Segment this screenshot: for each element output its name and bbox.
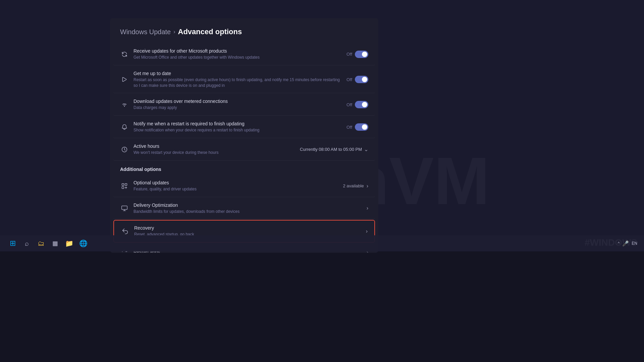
search-button[interactable]: ⌕ bbox=[21, 237, 33, 249]
additional-options-header: Additional options bbox=[113, 161, 375, 175]
setting-get-up-to-date-desc: Restart as soon as possible (even during… bbox=[133, 77, 342, 88]
search-icon: ⌕ bbox=[25, 240, 29, 247]
settings-list: Receive updates for other Microsoft prod… bbox=[110, 43, 378, 253]
setting-download-metered-desc: Data charges may apply bbox=[133, 105, 342, 111]
setting-download-metered-control: Off bbox=[346, 101, 368, 108]
setting-get-up-to-date-title: Get me up to date bbox=[133, 71, 342, 76]
monitor-network-icon bbox=[120, 204, 129, 213]
setting-receive-updates[interactable]: Receive updates for other Microsoft prod… bbox=[113, 44, 375, 65]
language-indicator: EN bbox=[632, 241, 637, 246]
setting-active-hours-text: Active hours We won't restart your devic… bbox=[133, 143, 295, 156]
setting-notify-restart-title: Notify me when a restart is required to … bbox=[133, 121, 342, 126]
svg-point-0 bbox=[124, 106, 125, 107]
setting-active-hours-control[interactable]: Currently 08:00 AM to 05:00 PM ⌄ bbox=[300, 146, 368, 153]
setting-receive-updates-desc: Get Microsoft Office and other updates t… bbox=[133, 55, 342, 60]
setting-delivery-optimization-text: Delivery Optimization Bandwidth limits f… bbox=[133, 202, 362, 215]
setting-notify-restart-desc: Show notification when your device requi… bbox=[133, 127, 342, 133]
mic-icon[interactable]: 🎤 bbox=[622, 240, 629, 247]
chevron-right-icon: › bbox=[367, 183, 368, 189]
grid-plus-icon bbox=[120, 182, 129, 190]
taskbar-left: ⊞ ⌕ 🗂 ▦ 📁 🌐 bbox=[7, 237, 89, 249]
active-hours-value: Currently 08:00 AM to 05:00 PM bbox=[300, 147, 362, 152]
toggle-off-label-4: Off bbox=[346, 125, 352, 130]
chevron-right-icon-2: › bbox=[367, 205, 368, 211]
setting-get-up-to-date[interactable]: Get me up to date Restart as soon as pos… bbox=[113, 66, 375, 94]
setting-active-hours-title: Active hours bbox=[133, 143, 295, 149]
clock-icon bbox=[120, 145, 129, 154]
setting-delivery-optimization-desc: Bandwidth limits for updates, downloads … bbox=[133, 209, 362, 215]
start-button[interactable]: ⊞ bbox=[7, 237, 19, 249]
wifi-metered-icon bbox=[120, 100, 129, 109]
setting-get-up-to-date-control: Off bbox=[346, 76, 368, 83]
svg-rect-3 bbox=[125, 183, 127, 185]
download-metered-toggle[interactable] bbox=[355, 101, 368, 108]
setting-download-metered[interactable]: Download updates over metered connection… bbox=[113, 94, 375, 116]
svg-rect-4 bbox=[122, 186, 124, 188]
folder-icon: 🗂 bbox=[38, 240, 44, 247]
chevron-right-icon-3: › bbox=[366, 228, 368, 234]
setting-active-hours[interactable]: Active hours We won't restart your devic… bbox=[113, 139, 375, 161]
toggle-off-label: Off bbox=[346, 52, 352, 57]
setting-notify-restart-control: Off bbox=[346, 123, 368, 131]
setting-optional-updates-control: 2 available › bbox=[343, 183, 368, 189]
setting-optional-updates[interactable]: Optional updates Feature, quality, and d… bbox=[113, 175, 375, 197]
receive-updates-toggle[interactable] bbox=[355, 51, 368, 58]
notify-restart-toggle[interactable] bbox=[355, 123, 368, 131]
breadcrumb-header: Windows Update › Advanced options bbox=[110, 18, 378, 43]
breadcrumb: Windows Update › Advanced options bbox=[120, 27, 368, 36]
setting-receive-updates-text: Receive updates for other Microsoft prod… bbox=[133, 48, 342, 60]
play-icon bbox=[120, 75, 129, 84]
windows-logo-icon: ⊞ bbox=[10, 239, 16, 248]
folders-icon: 📁 bbox=[65, 239, 73, 247]
taskbar-right: ^ 🎤 EN bbox=[618, 240, 637, 247]
setting-delivery-optimization-control: › bbox=[367, 205, 368, 211]
chevron-down-icon: ⌄ bbox=[364, 146, 368, 153]
setting-notify-restart[interactable]: Notify me when a restart is required to … bbox=[113, 116, 375, 138]
widgets-icon: ▦ bbox=[52, 240, 58, 247]
setting-download-metered-title: Download updates over metered connection… bbox=[133, 99, 342, 104]
taskbar: ⊞ ⌕ 🗂 ▦ 📁 🌐 ^ 🎤 EN bbox=[0, 235, 644, 251]
setting-receive-updates-control: Off bbox=[346, 51, 368, 58]
get-up-to-date-toggle[interactable] bbox=[355, 76, 368, 83]
recovery-icon bbox=[121, 227, 129, 236]
toggle-off-label-3: Off bbox=[346, 102, 352, 107]
breadcrumb-parent[interactable]: Windows Update bbox=[120, 28, 171, 36]
bottom-reflection bbox=[0, 251, 644, 362]
optional-updates-badge: 2 available bbox=[343, 183, 364, 188]
settings-panel: Windows Update › Advanced options Receiv… bbox=[110, 18, 378, 253]
setting-optional-updates-text: Optional updates Feature, quality, and d… bbox=[133, 180, 338, 192]
folders-button[interactable]: 📁 bbox=[63, 237, 75, 249]
refresh-icon bbox=[120, 50, 129, 59]
setting-recovery-control: › bbox=[366, 228, 368, 234]
setting-optional-updates-title: Optional updates bbox=[133, 180, 338, 185]
setting-recovery-title: Recovery bbox=[134, 225, 361, 231]
svg-rect-5 bbox=[122, 206, 127, 210]
setting-notify-restart-text: Notify me when a restart is required to … bbox=[133, 121, 342, 133]
widgets-button[interactable]: ▦ bbox=[49, 237, 61, 249]
breadcrumb-current: Advanced options bbox=[178, 27, 242, 36]
chrome-button[interactable]: 🌐 bbox=[77, 237, 89, 249]
setting-delivery-optimization-title: Delivery Optimization bbox=[133, 202, 362, 208]
setting-optional-updates-desc: Feature, quality, and driver updates bbox=[133, 186, 338, 192]
chrome-icon: 🌐 bbox=[79, 239, 88, 247]
setting-receive-updates-title: Receive updates for other Microsoft prod… bbox=[133, 48, 342, 54]
bell-icon bbox=[120, 123, 129, 131]
setting-delivery-optimization[interactable]: Delivery Optimization Bandwidth limits f… bbox=[113, 198, 375, 220]
svg-rect-2 bbox=[122, 183, 124, 185]
setting-download-metered-text: Download updates over metered connection… bbox=[133, 99, 342, 111]
setting-active-hours-desc: We won't restart your device during thes… bbox=[133, 150, 295, 156]
breadcrumb-separator: › bbox=[173, 29, 175, 35]
toggle-off-label-2: Off bbox=[346, 77, 352, 82]
system-tray-chevron[interactable]: ^ bbox=[618, 241, 620, 246]
file-explorer-button[interactable]: 🗂 bbox=[35, 237, 47, 249]
setting-get-up-to-date-text: Get me up to date Restart as soon as pos… bbox=[133, 71, 342, 88]
